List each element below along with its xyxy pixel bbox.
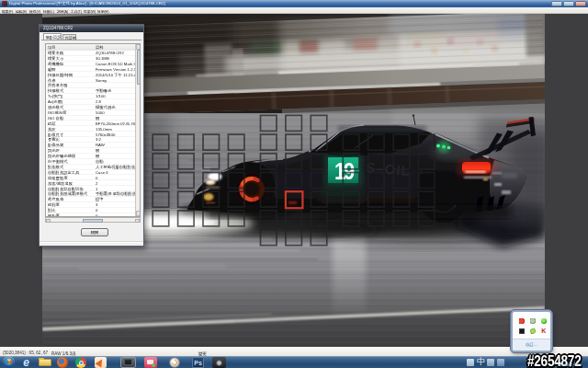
svg-text:19: 19 [334, 158, 355, 185]
